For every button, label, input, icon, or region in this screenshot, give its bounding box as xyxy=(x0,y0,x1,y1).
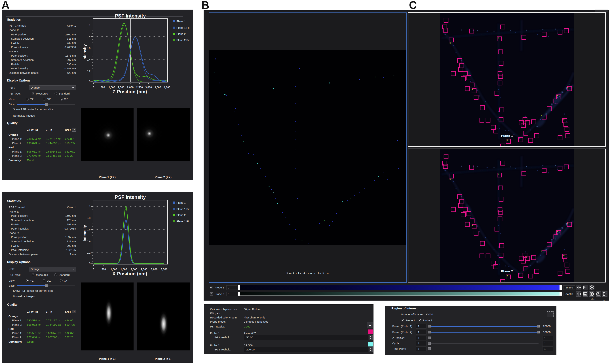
svg-text:1: 1 xyxy=(89,23,90,26)
svg-text:0: 0 xyxy=(93,268,94,271)
svg-text:0.6: 0.6 xyxy=(87,228,90,231)
svg-text:0.4: 0.4 xyxy=(87,239,90,243)
svg-text:Plane 2: Plane 2 xyxy=(176,213,186,217)
svg-text:X-Position (nm): X-Position (nm) xyxy=(112,271,147,276)
svg-text:Plane 1: Plane 1 xyxy=(176,20,186,23)
svg-text:Plane 2 Fit: Plane 2 Fit xyxy=(176,220,190,223)
svg-text:PSF Intensity: PSF Intensity xyxy=(115,13,146,19)
svg-text:0.6: 0.6 xyxy=(87,46,90,50)
svg-text:1,500: 1,500 xyxy=(118,86,124,89)
svg-text:0.8: 0.8 xyxy=(87,35,90,38)
svg-text:4,000: 4,000 xyxy=(164,86,170,89)
svg-text:0: 0 xyxy=(89,262,90,265)
svg-text:1,500: 1,500 xyxy=(121,268,127,271)
svg-text:Plane 1 Fit: Plane 1 Fit xyxy=(176,208,190,210)
svg-text:0: 0 xyxy=(89,80,90,83)
svg-text:Z-Position (nm): Z-Position (nm) xyxy=(112,89,147,94)
svg-text:0.2: 0.2 xyxy=(87,70,90,73)
svg-text:Intensity: Intensity xyxy=(83,44,87,61)
svg-text:2,000: 2,000 xyxy=(131,268,137,271)
svg-text:3,500: 3,500 xyxy=(161,268,167,271)
svg-text:Plane 2: Plane 2 xyxy=(176,32,186,35)
svg-text:3,000: 3,000 xyxy=(145,86,152,89)
svg-text:Plane 2 Fit: Plane 2 Fit xyxy=(176,39,190,41)
svg-text:2,500: 2,500 xyxy=(141,268,147,271)
svg-text:PSF Intensity: PSF Intensity xyxy=(115,195,146,200)
svg-text:2,500: 2,500 xyxy=(136,86,143,89)
svg-text:1,000: 1,000 xyxy=(109,86,115,89)
svg-text:0: 0 xyxy=(93,86,94,89)
svg-text:500: 500 xyxy=(101,268,106,271)
svg-text:3,500: 3,500 xyxy=(154,86,161,89)
svg-text:Plane 1 Fit: Plane 1 Fit xyxy=(176,26,190,29)
svg-text:1: 1 xyxy=(89,205,90,208)
svg-text:Intensity: Intensity xyxy=(83,225,87,241)
svg-text:2,000: 2,000 xyxy=(127,86,134,89)
svg-text:0.8: 0.8 xyxy=(87,216,90,220)
svg-text:500: 500 xyxy=(101,86,105,89)
svg-text:0.2: 0.2 xyxy=(87,251,90,254)
svg-text:Plane 1: Plane 1 xyxy=(176,201,186,204)
svg-text:3,000: 3,000 xyxy=(151,268,157,271)
svg-text:1,000: 1,000 xyxy=(111,268,117,271)
svg-text:0.4: 0.4 xyxy=(87,58,90,61)
